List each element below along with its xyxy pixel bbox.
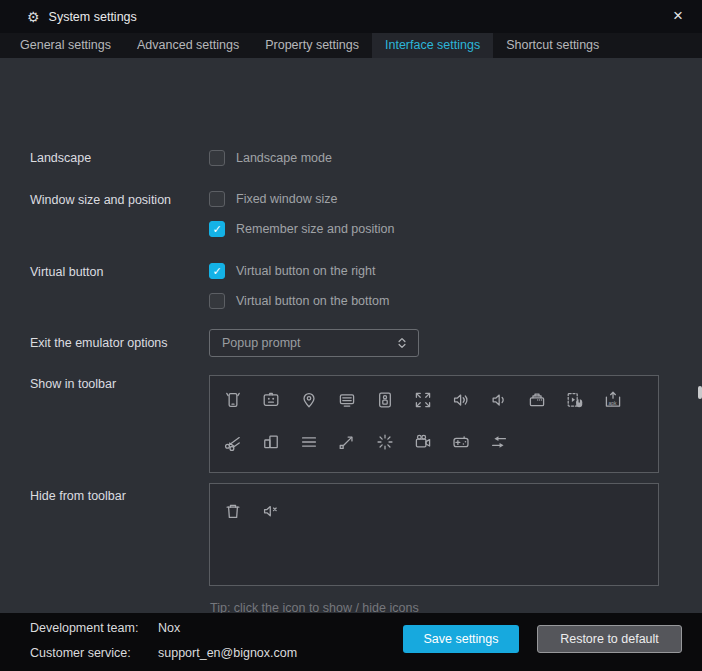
hide-from-toolbar-label: Hide from toolbar [30,489,126,503]
show-in-toolbar-box: apk [209,375,659,473]
svg-text:apk: apk [609,401,617,406]
close-button[interactable]: × [667,5,689,27]
screenshot-scissors-icon[interactable] [222,431,244,453]
multi-window-icon[interactable] [260,431,282,453]
tab-advanced-settings[interactable]: Advanced settings [124,33,252,58]
landscape-options: Landscape mode [209,150,332,180]
development-team-value: Nox [158,621,180,635]
virtual-keys-icon[interactable] [526,389,548,411]
tab-interface-settings[interactable]: Interface settings [372,33,493,58]
tab-bar: General settingsAdvanced settingsPropert… [0,33,702,58]
rotate-phone-icon[interactable] [222,389,244,411]
checkbox-label: Virtual button on the right [236,264,375,278]
checkbox-unchecked-icon[interactable] [209,293,225,309]
hide-from-toolbar-box [209,483,659,586]
exit-options-label: Exit the emulator options [30,336,168,350]
checkbox-label: Fixed window size [236,192,337,206]
window-size-label: Window size and position [30,193,171,207]
checkbox-option[interactable]: ✓Virtual button on the right [209,263,389,279]
tab-shortcut-settings[interactable]: Shortcut settings [493,33,612,58]
menu-icon[interactable] [298,431,320,453]
landscape-label: Landscape [30,151,91,165]
macro-recorder-icon[interactable] [564,389,586,411]
title-bar: ⚙ System settings × [0,0,702,33]
trash-icon[interactable] [222,500,244,522]
checkbox-label: Remember size and position [236,222,394,236]
resize-icon[interactable] [336,431,358,453]
virtual-button-options: ✓Virtual button on the rightVirtual butt… [209,263,389,323]
checkbox-option[interactable]: Fixed window size [209,191,394,207]
restore-default-button[interactable]: Restore to default [537,625,682,653]
checkbox-option[interactable]: Landscape mode [209,150,332,166]
volume-down-icon[interactable] [488,389,510,411]
chevron-updown-icon [395,336,409,350]
screen-recorder-icon[interactable] [412,431,434,453]
volume-up-icon[interactable] [450,389,472,411]
phone-frame-icon[interactable] [374,389,396,411]
development-team-row: Development team: Nox [30,621,180,635]
checkbox-option[interactable]: Virtual button on the bottom [209,293,389,309]
development-team-label: Development team: [30,621,158,635]
checkbox-option[interactable]: ✓Remember size and position [209,221,394,237]
tab-property-settings[interactable]: Property settings [252,33,372,58]
window-size-options: Fixed window size✓Remember size and posi… [209,191,394,251]
fullscreen-icon[interactable] [412,389,434,411]
gamepad-icon[interactable] [450,431,472,453]
customer-service-value: support_en@bignox.com [158,646,297,660]
checkbox-unchecked-icon[interactable] [209,191,225,207]
checkbox-label: Landscape mode [236,151,332,165]
show-in-toolbar-label: Show in toolbar [30,377,116,391]
apk-install-icon[interactable]: apk [602,389,624,411]
tab-general-settings[interactable]: General settings [7,33,124,58]
customer-service-row: Customer service: support_en@bignox.com [30,646,297,660]
checkbox-unchecked-icon[interactable] [209,150,225,166]
window-title: System settings [49,10,137,24]
exit-options-dropdown[interactable]: Popup prompt [209,329,419,357]
system-settings-window: ⚙ System settings × General settingsAdva… [0,0,702,671]
checkbox-checked-icon[interactable]: ✓ [209,263,225,279]
virtual-button-label: Virtual button [30,265,103,279]
monitor-icon[interactable] [336,389,358,411]
location-icon[interactable] [298,389,320,411]
scrollbar-thumb[interactable] [698,386,702,399]
toolbar-icon-row [222,500,658,522]
settings-content: Landscape Landscape mode Window size and… [0,58,702,613]
checkbox-checked-icon[interactable]: ✓ [209,221,225,237]
toolbar-icon-row [222,431,658,453]
toolbar-icon-row: apk [222,389,658,411]
customer-service-label: Customer service: [30,646,158,660]
volume-mute-icon[interactable] [260,500,282,522]
dropdown-selected-value: Popup prompt [222,336,395,350]
footer-bar: Development team: Nox Customer service: … [0,613,702,671]
checkbox-label: Virtual button on the bottom [236,294,389,308]
save-settings-button[interactable]: Save settings [403,625,519,653]
swap-arrows-icon[interactable] [488,431,510,453]
virtual-keyboard-icon[interactable] [260,389,282,411]
gear-icon: ⚙ [27,10,40,24]
loading-spinner-icon[interactable] [374,431,396,453]
